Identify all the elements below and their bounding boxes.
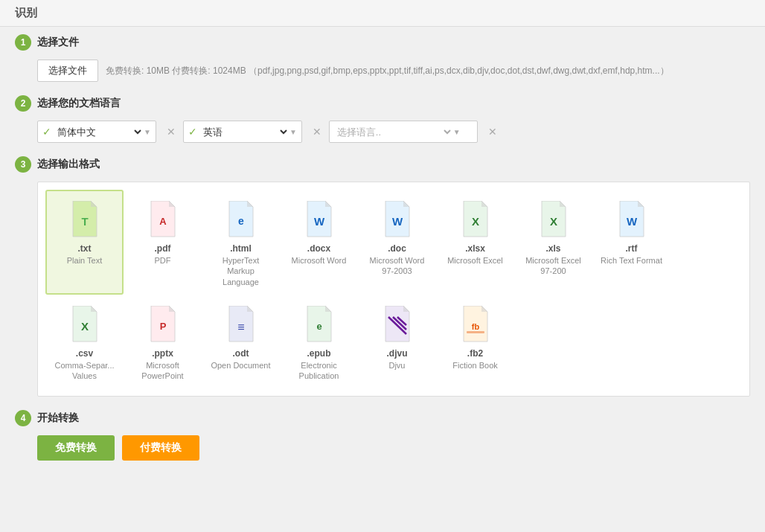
file-info-text: 免费转换: 10MB 付费转换: 1024MB （pdf,jpg,png,psd… bbox=[106, 65, 669, 77]
svg-text:fb: fb bbox=[471, 322, 479, 331]
lang2-close-button[interactable]: ✕ bbox=[311, 124, 323, 139]
svg-text:e: e bbox=[238, 215, 244, 227]
format-icon-pptx: P bbox=[145, 304, 181, 345]
format-item-txt[interactable]: T .txtPlain Text bbox=[45, 190, 124, 295]
format-item-fb2[interactable]: fb .fb2Fiction Book bbox=[436, 295, 514, 389]
format-icon-fb2: fb bbox=[458, 304, 493, 345]
format-ext-rtf: .rtf bbox=[626, 243, 638, 254]
step2-section: 2 选择您的文档语言 ✓ 简体中文 繁體中文 English ▼ ✕ ✓ bbox=[15, 95, 750, 143]
format-name-doc: Microsoft Word 97-2003 bbox=[365, 255, 429, 277]
step4-circle: 4 bbox=[15, 410, 31, 426]
lang2-check-icon: ✓ bbox=[188, 126, 197, 138]
format-name-docx: Microsoft Word bbox=[292, 255, 347, 266]
format-item-odt[interactable]: ≡ .odtOpen Document bbox=[202, 295, 280, 389]
format-icon-doc: W bbox=[380, 199, 415, 240]
format-ext-pptx: .pptx bbox=[152, 348, 173, 359]
format-name-rtf: Rich Text Format bbox=[601, 255, 662, 266]
lang2-dropdown-icon: ▼ bbox=[289, 128, 297, 136]
format-ext-odt: .odt bbox=[233, 348, 249, 359]
format-item-epub[interactable]: e .epubElectronic Publication bbox=[280, 295, 358, 389]
format-name-txt: Plain Text bbox=[67, 255, 103, 266]
svg-text:A: A bbox=[159, 216, 167, 227]
format-item-html[interactable]: e .htmlHyperText Markup Language bbox=[202, 190, 280, 295]
format-ext-docx: .docx bbox=[307, 243, 330, 254]
lang1-check-icon: ✓ bbox=[42, 126, 51, 138]
convert-row: 免费转换 付费转换 bbox=[37, 435, 750, 461]
lang3-wrapper: 选择语言.. 简体中文 英语 ▼ bbox=[329, 121, 478, 143]
format-item-djvu[interactable]: .djvuDjvu bbox=[358, 295, 436, 389]
step2-header: 2 选择您的文档语言 bbox=[15, 95, 750, 112]
format-item-pptx[interactable]: P .pptxMicrosoft PowerPoint bbox=[124, 295, 202, 389]
lang1-select[interactable]: 简体中文 繁體中文 English bbox=[54, 126, 144, 138]
paid-convert-button[interactable]: 付费转换 bbox=[122, 435, 199, 461]
svg-text:W: W bbox=[626, 215, 637, 228]
format-name-csv: Comma-Separ... Values bbox=[53, 360, 116, 382]
free-convert-button[interactable]: 免费转换 bbox=[37, 435, 115, 461]
svg-rect-16 bbox=[467, 331, 484, 333]
format-ext-csv: .csv bbox=[76, 348, 93, 359]
svg-text:≡: ≡ bbox=[237, 321, 244, 333]
svg-text:X: X bbox=[80, 320, 88, 333]
header-bar: 识别 bbox=[0, 0, 765, 27]
lang-row: ✓ 简体中文 繁體中文 English ▼ ✕ ✓ 英语 简体中文 日本語 bbox=[37, 121, 750, 143]
svg-text:X: X bbox=[549, 215, 557, 228]
format-name-djvu: Djvu bbox=[388, 360, 405, 371]
format-item-doc[interactable]: W .docMicrosoft Word 97-2003 bbox=[358, 190, 436, 295]
format-ext-djvu: .djvu bbox=[386, 348, 407, 359]
format-icon-rtf: W bbox=[614, 199, 650, 240]
format-name-pdf: PDF bbox=[155, 255, 171, 266]
format-name-xls: Microsoft Excel 97-200 bbox=[522, 255, 585, 277]
format-name-fb2: Fiction Book bbox=[452, 360, 498, 371]
format-icon-epub: e bbox=[301, 304, 337, 345]
format-ext-doc: .doc bbox=[388, 243, 406, 254]
step1-circle: 1 bbox=[15, 34, 31, 51]
main-content: 1 选择文件 选择文件 免费转换: 10MB 付费转换: 1024MB （pdf… bbox=[0, 27, 765, 481]
format-ext-txt: .txt bbox=[78, 243, 92, 254]
header-title: 识别 bbox=[15, 6, 37, 19]
step1-section: 1 选择文件 选择文件 免费转换: 10MB 付费转换: 1024MB （pdf… bbox=[15, 34, 750, 82]
step4-section: 4 开始转换 免费转换 付费转换 bbox=[15, 410, 750, 461]
format-grid-container: T .txtPlain Text A .pdfPDF e .htmlHyperT… bbox=[37, 182, 750, 397]
format-ext-xls: .xls bbox=[545, 243, 560, 254]
lang1-close-button[interactable]: ✕ bbox=[165, 124, 177, 139]
lang1-dropdown-icon: ▼ bbox=[144, 128, 151, 136]
lang3-close-button[interactable]: ✕ bbox=[487, 124, 499, 139]
lang3-dropdown-icon: ▼ bbox=[453, 128, 461, 136]
format-name-html: HyperText Markup Language bbox=[209, 255, 272, 287]
svg-text:e: e bbox=[316, 321, 321, 332]
format-item-rtf[interactable]: W .rtfRich Text Format bbox=[592, 190, 670, 295]
format-icon-csv: X bbox=[67, 304, 103, 345]
select-file-button[interactable]: 选择文件 bbox=[37, 60, 98, 82]
format-icon-txt: T bbox=[67, 199, 103, 240]
format-item-csv[interactable]: X .csvComma-Separ... Values bbox=[45, 295, 124, 389]
format-name-odt: Open Document bbox=[211, 360, 270, 371]
step2-title: 选择您的文档语言 bbox=[37, 97, 121, 110]
format-item-xls[interactable]: X .xlsMicrosoft Excel 97-200 bbox=[514, 190, 592, 295]
page-wrapper: 识别 1 选择文件 选择文件 免费转换: 10MB 付费转换: 1024MB （… bbox=[0, 0, 765, 532]
svg-text:T: T bbox=[81, 215, 88, 228]
format-item-xlsx[interactable]: X .xlsxMicrosoft Excel bbox=[436, 190, 514, 295]
svg-text:W: W bbox=[391, 215, 403, 228]
lang2-select[interactable]: 英语 简体中文 日本語 bbox=[200, 126, 289, 138]
format-ext-xlsx: .xlsx bbox=[465, 243, 485, 254]
format-icon-html: e bbox=[223, 199, 259, 240]
format-item-pdf[interactable]: A .pdfPDF bbox=[124, 190, 202, 295]
svg-text:W: W bbox=[313, 215, 324, 228]
format-icon-xlsx: X bbox=[458, 199, 493, 240]
svg-text:P: P bbox=[159, 321, 166, 332]
format-icon-djvu bbox=[380, 304, 415, 345]
step3-title: 选择输出格式 bbox=[37, 158, 100, 171]
step3-header: 3 选择输出格式 bbox=[15, 156, 750, 173]
format-item-docx[interactable]: W .docxMicrosoft Word bbox=[280, 190, 358, 295]
step1-header: 1 选择文件 bbox=[15, 34, 750, 51]
lang3-select[interactable]: 选择语言.. 简体中文 英语 bbox=[334, 126, 453, 138]
format-icon-odt: ≡ bbox=[223, 304, 259, 345]
format-ext-pdf: .pdf bbox=[155, 243, 171, 254]
format-name-xlsx: Microsoft Excel bbox=[447, 255, 503, 266]
step3-section: 3 选择输出格式 T .txtPlain Text A .pdfPDF e .h… bbox=[15, 156, 750, 397]
format-ext-epub: .epub bbox=[307, 348, 331, 359]
svg-text:X: X bbox=[471, 215, 478, 228]
format-icon-xls: X bbox=[536, 199, 572, 240]
format-ext-html: .html bbox=[230, 243, 252, 254]
format-name-pptx: Microsoft PowerPoint bbox=[131, 360, 194, 382]
